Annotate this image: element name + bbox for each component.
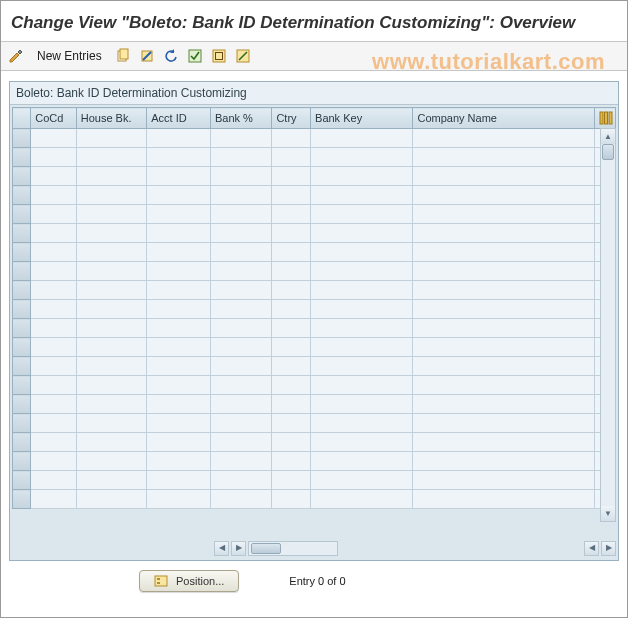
cell[interactable] — [311, 205, 413, 224]
cell[interactable] — [147, 490, 211, 509]
col-ctry[interactable]: Ctry — [272, 108, 311, 129]
cell[interactable] — [311, 471, 413, 490]
table-row[interactable] — [13, 129, 616, 148]
cell[interactable] — [311, 262, 413, 281]
row-handle[interactable] — [13, 376, 31, 395]
cell[interactable] — [210, 452, 271, 471]
cell[interactable] — [210, 376, 271, 395]
table-row[interactable] — [13, 319, 616, 338]
cell[interactable] — [311, 243, 413, 262]
cell[interactable] — [413, 471, 595, 490]
cell[interactable] — [311, 395, 413, 414]
cell[interactable] — [210, 243, 271, 262]
table-row[interactable] — [13, 243, 616, 262]
hscroll-right2-icon[interactable]: ▶ — [601, 541, 616, 556]
vertical-scrollbar[interactable]: ▲ ▼ — [600, 128, 616, 522]
cell[interactable] — [272, 376, 311, 395]
cell[interactable] — [272, 414, 311, 433]
cell[interactable] — [147, 452, 211, 471]
cell[interactable] — [210, 262, 271, 281]
configure-columns-icon[interactable] — [595, 108, 616, 129]
cell[interactable] — [147, 129, 211, 148]
col-cocd[interactable]: CoCd — [31, 108, 77, 129]
cell[interactable] — [272, 452, 311, 471]
cell[interactable] — [147, 376, 211, 395]
cell[interactable] — [76, 357, 147, 376]
table-row[interactable] — [13, 414, 616, 433]
cell[interactable] — [76, 167, 147, 186]
cell[interactable] — [272, 433, 311, 452]
cell[interactable] — [31, 319, 77, 338]
cell[interactable] — [31, 224, 77, 243]
cell[interactable] — [31, 395, 77, 414]
cell[interactable] — [272, 490, 311, 509]
cell[interactable] — [413, 300, 595, 319]
cell[interactable] — [413, 376, 595, 395]
cell[interactable] — [147, 224, 211, 243]
cell[interactable] — [147, 433, 211, 452]
cell[interactable] — [147, 414, 211, 433]
cell[interactable] — [147, 319, 211, 338]
scroll-thumb[interactable] — [602, 144, 614, 160]
cell[interactable] — [76, 471, 147, 490]
row-handle[interactable] — [13, 262, 31, 281]
table-row[interactable] — [13, 376, 616, 395]
cell[interactable] — [272, 471, 311, 490]
row-handle[interactable] — [13, 414, 31, 433]
cell[interactable] — [76, 433, 147, 452]
undo-change-icon[interactable] — [160, 45, 182, 67]
col-acct-id[interactable]: Acct ID — [147, 108, 211, 129]
cell[interactable] — [413, 395, 595, 414]
cell[interactable] — [210, 224, 271, 243]
row-handle[interactable] — [13, 452, 31, 471]
row-select-header[interactable] — [13, 108, 31, 129]
row-handle[interactable] — [13, 148, 31, 167]
cell[interactable] — [147, 395, 211, 414]
table-row[interactable] — [13, 300, 616, 319]
cell[interactable] — [210, 338, 271, 357]
table-row[interactable] — [13, 452, 616, 471]
hscroll-right-icon[interactable]: ▶ — [231, 541, 246, 556]
cell[interactable] — [31, 433, 77, 452]
hscroll-left2-icon[interactable]: ◀ — [584, 541, 599, 556]
cell[interactable] — [76, 414, 147, 433]
cell[interactable] — [413, 281, 595, 300]
cell[interactable] — [413, 243, 595, 262]
cell[interactable] — [147, 205, 211, 224]
cell[interactable] — [76, 129, 147, 148]
deselect-all-icon[interactable] — [232, 45, 254, 67]
cell[interactable] — [31, 167, 77, 186]
cell[interactable] — [76, 376, 147, 395]
cell[interactable] — [31, 338, 77, 357]
cell[interactable] — [147, 167, 211, 186]
cell[interactable] — [76, 281, 147, 300]
row-handle[interactable] — [13, 186, 31, 205]
cell[interactable] — [272, 395, 311, 414]
cell[interactable] — [311, 433, 413, 452]
select-block-icon[interactable] — [208, 45, 230, 67]
table-row[interactable] — [13, 471, 616, 490]
cell[interactable] — [210, 490, 271, 509]
cell[interactable] — [272, 262, 311, 281]
cell[interactable] — [76, 262, 147, 281]
row-handle[interactable] — [13, 338, 31, 357]
cell[interactable] — [76, 300, 147, 319]
cell[interactable] — [76, 224, 147, 243]
cell[interactable] — [147, 186, 211, 205]
cell[interactable] — [413, 414, 595, 433]
cell[interactable] — [31, 262, 77, 281]
cell[interactable] — [76, 338, 147, 357]
cell[interactable] — [413, 205, 595, 224]
cell[interactable] — [210, 357, 271, 376]
cell[interactable] — [147, 281, 211, 300]
cell[interactable] — [210, 205, 271, 224]
table-row[interactable] — [13, 338, 616, 357]
row-handle[interactable] — [13, 205, 31, 224]
cell[interactable] — [210, 167, 271, 186]
cell[interactable] — [311, 376, 413, 395]
cell[interactable] — [76, 490, 147, 509]
cell[interactable] — [31, 471, 77, 490]
cell[interactable] — [31, 129, 77, 148]
cell[interactable] — [147, 357, 211, 376]
cell[interactable] — [31, 357, 77, 376]
